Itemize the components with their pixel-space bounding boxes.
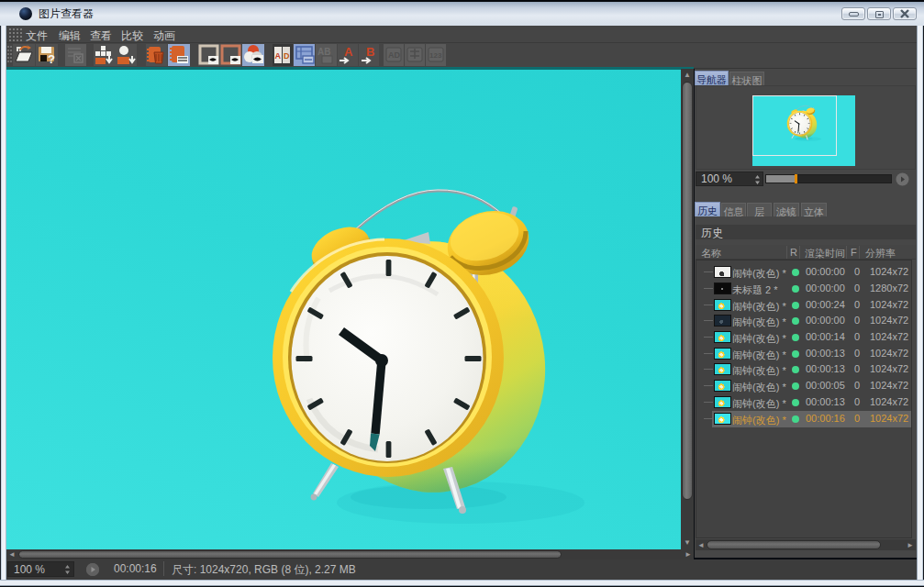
svg-text:?: ? — [48, 52, 55, 66]
svg-text:AD: AD — [388, 50, 400, 60]
svg-text:D: D — [284, 51, 290, 61]
svg-text:123: 123 — [429, 51, 442, 60]
svg-text:A: A — [275, 51, 282, 61]
svg-text:AB: AB — [317, 47, 330, 57]
svg-text:A: A — [344, 45, 353, 59]
svg-text:B: B — [366, 45, 374, 59]
